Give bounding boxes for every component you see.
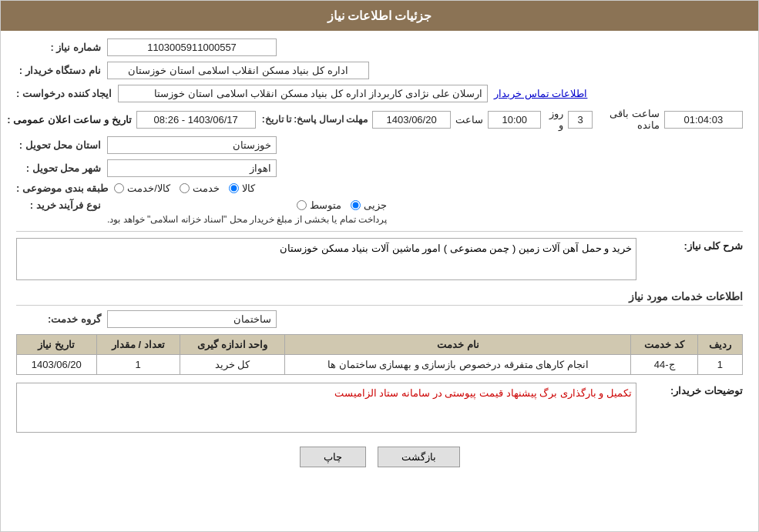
buyer-org-label: نام دستگاه خریدار :: [16, 65, 101, 76]
city-input: اهواز: [107, 159, 277, 177]
deadline-time-label: ساعت: [455, 114, 483, 125]
service-group-input: ساختمان: [107, 310, 277, 328]
print-button[interactable]: چاپ: [300, 447, 366, 467]
buyer-notes-label: توضیحات خریدار:: [643, 383, 743, 396]
contact-link[interactable]: اطلاعات تماس خریدار: [494, 88, 587, 99]
category-khadamat-label: خدمت: [193, 182, 220, 194]
table-header-code: کد خدمت: [631, 335, 698, 355]
row-code: ج-44: [631, 355, 698, 375]
category-radio-group: کالا/خدمت خدمت کالا: [114, 182, 255, 194]
category-kala-khadamat-radio[interactable]: [114, 183, 124, 193]
divider-1: [16, 231, 743, 232]
deadline-date-input: 1403/06/20: [372, 111, 451, 129]
need-desc-label: شرح کلی نیاز:: [643, 238, 743, 252]
province-input: خوزستان: [107, 136, 277, 154]
category-khadamat-option[interactable]: خدمت: [180, 182, 220, 194]
buyer-org-input: اداره کل بنیاد مسکن انقلاب اسلامی استان …: [107, 62, 369, 79]
deadline-days-input: 3: [568, 111, 592, 129]
process-motavasset-label: متوسط: [310, 199, 341, 211]
category-kala-khadamat-label: کالا/خدمت: [127, 182, 170, 194]
service-table: ردیف کد خدمت نام خدمت واحد اندازه گیری ت…: [16, 334, 743, 375]
category-kala-option[interactable]: کالا: [229, 182, 255, 194]
deadline-remaining-input: 01:04:03: [664, 111, 743, 129]
row-service-name: انجام کارهای متفرقه درخصوص بازسازی و بهس…: [285, 355, 631, 375]
process-jozvi-radio[interactable]: [351, 200, 361, 210]
deadline-remaining-label: ساعت باقی مانده: [597, 108, 660, 131]
announce-label: تاریخ و ساعت اعلان عمومی :: [7, 114, 131, 125]
buttons-row: بازگشت چاپ: [16, 447, 743, 467]
process-radio-group: متوسط جزیی: [297, 199, 387, 211]
category-kala-label: کالا: [242, 182, 255, 194]
category-khadamat-radio[interactable]: [180, 183, 190, 193]
table-row: 1 ج-44 انجام کارهای متفرقه درخصوص بازساز…: [17, 355, 743, 375]
need-number-label: شماره نیاز :: [16, 42, 101, 53]
table-header-row: ردیف: [697, 335, 742, 355]
announce-input: 1403/06/17 - 08:26: [136, 111, 256, 129]
row-count: 1: [96, 355, 180, 375]
category-label: طبقه بندی موضوعی :: [16, 182, 108, 194]
page-header: جزئیات اطلاعات نیاز: [1, 1, 758, 31]
deadline-label: مهلت ارسال پاسخ: تا تاریخ:: [262, 114, 368, 125]
deadline-days-label: روز و: [546, 108, 563, 131]
buyer-notes-textarea[interactable]: تکمیل و بارگذاری برگ پیشنهاد قیمت پیوستی…: [16, 383, 636, 433]
back-button[interactable]: بازگشت: [378, 447, 460, 467]
category-kala-khadamat-option[interactable]: کالا/خدمت: [114, 182, 170, 194]
process-motavasset-option[interactable]: متوسط: [297, 199, 341, 211]
services-section-title: اطلاعات خدمات مورد نیاز: [16, 290, 743, 306]
need-desc-textarea[interactable]: خرید و حمل آهن آلات زمین ( چمن مصنوعی ) …: [16, 238, 636, 280]
service-group-label: گروه خدمت:: [16, 313, 101, 325]
deadline-time-input: 10:00: [488, 111, 541, 129]
city-label: شهر محل تحویل :: [16, 162, 101, 174]
need-number-input: 1103005911000557: [107, 38, 277, 56]
created-by-label: ایجاد کننده درخواست :: [16, 88, 112, 99]
table-header-date: تاریخ نیاز: [17, 335, 97, 355]
process-jozvi-label: جزیی: [364, 199, 387, 211]
process-note: پرداخت تمام یا بخشی از مبلغ خریدار محل "…: [107, 214, 387, 225]
table-header-count: تعداد / مقدار: [96, 335, 180, 355]
page-title: جزئیات اطلاعات نیاز: [327, 9, 432, 22]
process-label: نوع فرآیند خرید :: [16, 199, 101, 211]
process-motavasset-radio[interactable]: [297, 200, 307, 210]
row-number: 1: [697, 355, 742, 375]
process-jozvi-option[interactable]: جزیی: [351, 199, 387, 211]
row-date: 1403/06/20: [17, 355, 97, 375]
table-header-unit: واحد اندازه گیری: [180, 335, 285, 355]
row-unit: کل خرید: [180, 355, 285, 375]
province-label: استان محل تحویل :: [16, 139, 101, 151]
table-header-name: نام خدمت: [285, 335, 631, 355]
category-kala-radio[interactable]: [229, 183, 239, 193]
created-by-input: ارسلان علی نژادی کاربرداز اداره کل بنیاد…: [118, 85, 488, 102]
